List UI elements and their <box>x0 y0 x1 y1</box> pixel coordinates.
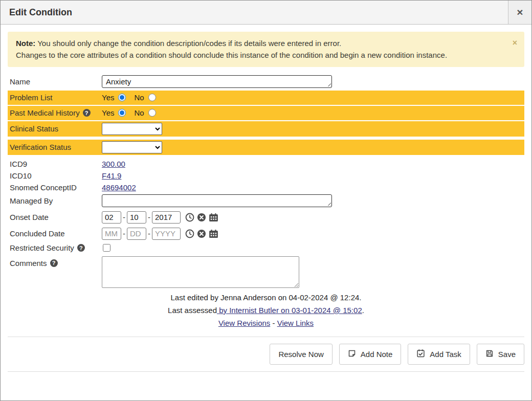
icd9-link[interactable]: 300.00 <box>102 160 125 168</box>
note-prefix: Note: <box>16 39 35 48</box>
meta-block: Last edited by Jenna Anderson on 04-02-2… <box>8 292 524 329</box>
field-row-snomed: Snomed ConceptID 48694002 <box>8 182 524 193</box>
onset-date-clock-icon[interactable] <box>185 213 194 222</box>
icd10-label: ICD10 <box>8 171 102 180</box>
view-links-link[interactable]: View Links <box>277 319 314 327</box>
task-icon <box>416 349 425 360</box>
field-row-comments: Comments ? <box>8 256 524 288</box>
note-line-1: Note: You should only change the conditi… <box>16 37 447 49</box>
name-label: Name <box>8 77 102 86</box>
managed-by-input[interactable] <box>102 194 332 207</box>
past-medical-history-no-radio[interactable] <box>148 109 156 117</box>
save-icon <box>485 349 494 360</box>
close-icon: × <box>517 6 523 18</box>
onset-date-calendar-icon[interactable] <box>209 213 218 222</box>
last-assessed-link[interactable]: by Internist Butler on 03-01-2024 @ 15:0… <box>217 306 362 315</box>
note-banner: Note: You should only change the conditi… <box>8 32 524 67</box>
concluded-date-calendar-icon[interactable] <box>209 229 218 238</box>
note-text: Note: You should only change the conditi… <box>16 37 447 61</box>
verification-status-select[interactable] <box>102 141 162 153</box>
field-row-icd9: ICD9 300.00 <box>8 158 524 170</box>
past-medical-history-no-label: No <box>134 108 144 117</box>
verification-status-label: Verification Status <box>8 143 102 151</box>
resolve-now-button[interactable]: Resolve Now <box>270 344 332 365</box>
snomed-link[interactable]: 48694002 <box>102 183 136 192</box>
icd9-label: ICD9 <box>8 160 102 168</box>
last-edited-text: Last edited by Jenna Anderson on 04-02-2… <box>8 292 524 303</box>
note-icon <box>348 349 356 360</box>
onset-date-clear-icon[interactable] <box>197 213 206 222</box>
clinical-status-label: Clinical Status <box>8 124 102 133</box>
links-separator: - <box>270 319 277 327</box>
comments-textarea[interactable] <box>102 256 299 288</box>
problem-list-yes-radio[interactable] <box>118 94 126 101</box>
edit-condition-modal: Edit Condition × Note: You should only c… <box>0 0 532 401</box>
onset-date-year-input[interactable] <box>152 211 181 224</box>
name-input[interactable] <box>102 75 332 88</box>
problem-list-yes-label: Yes <box>102 93 114 102</box>
add-task-button[interactable]: Add Task <box>408 344 470 365</box>
modal-title: Edit Condition <box>1 1 508 24</box>
concluded-date-year-input[interactable] <box>152 228 181 240</box>
add-note-button[interactable]: Add Note <box>339 344 402 365</box>
note-line-2: Changes to the core attributes of a cond… <box>16 49 447 61</box>
onset-date-label: Onset Date <box>8 213 102 221</box>
problem-list-no-radio[interactable] <box>148 94 156 101</box>
problem-list-label: Problem List <box>8 93 102 102</box>
modal-header: Edit Condition × <box>1 1 531 25</box>
footer-divider-bottom <box>8 371 524 372</box>
field-row-icd10: ICD10 F41.9 <box>8 170 524 182</box>
last-assessed-text: Last assessed by Internist Butler on 03-… <box>8 304 524 316</box>
managed-by-input-wrap <box>102 194 332 207</box>
past-medical-history-label: Past Medical History ? <box>8 108 102 117</box>
field-row-concluded-date: Concluded Date - - <box>8 226 524 241</box>
past-medical-history-yes-radio[interactable] <box>118 109 126 117</box>
close-button[interactable]: × <box>508 1 531 24</box>
past-medical-history-help-icon[interactable]: ? <box>83 109 91 117</box>
note-dismiss-icon[interactable]: × <box>506 39 517 47</box>
field-row-past-medical-history: Past Medical History ? Yes No <box>8 106 524 120</box>
field-row-clinical-status: Clinical Status <box>8 121 524 137</box>
modal-body: Note: You should only change the conditi… <box>1 25 531 400</box>
footer-buttons: Resolve Now Add Note Add Task Save <box>8 337 524 371</box>
field-row-name: Name <box>8 74 524 90</box>
view-revisions-link[interactable]: View Revisions <box>218 319 270 327</box>
concluded-date-clock-icon[interactable] <box>185 229 194 238</box>
name-input-wrap <box>102 75 332 88</box>
concluded-date-clear-icon[interactable] <box>197 229 206 238</box>
restricted-security-label: Restricted Security ? <box>8 243 102 252</box>
onset-date-month-input[interactable] <box>102 211 121 224</box>
restricted-security-help-icon[interactable]: ? <box>77 244 85 252</box>
field-row-onset-date: Onset Date - - <box>8 210 524 225</box>
field-row-verification-status: Verification Status <box>8 140 524 155</box>
comments-label: Comments ? <box>8 256 102 268</box>
concluded-date-month-input[interactable] <box>102 228 121 240</box>
field-row-managed-by: Managed By <box>8 193 524 209</box>
comments-help-icon[interactable]: ? <box>50 259 58 267</box>
clinical-status-select[interactable] <box>102 123 162 135</box>
save-button[interactable]: Save <box>477 344 524 365</box>
field-row-problem-list: Problem List Yes No <box>8 91 524 105</box>
concluded-date-label: Concluded Date <box>8 229 102 238</box>
concluded-date-day-input[interactable] <box>127 228 146 240</box>
onset-date-day-input[interactable] <box>127 211 146 224</box>
snomed-label: Snomed ConceptID <box>8 183 102 192</box>
icd10-link[interactable]: F41.9 <box>102 171 121 180</box>
revision-links: View Revisions - View Links <box>8 317 524 329</box>
past-medical-history-yes-label: Yes <box>102 108 114 117</box>
field-row-restricted-security: Restricted Security ? <box>8 241 524 255</box>
problem-list-no-label: No <box>134 93 144 102</box>
managed-by-label: Managed By <box>8 196 102 205</box>
restricted-security-checkbox[interactable] <box>103 244 110 252</box>
